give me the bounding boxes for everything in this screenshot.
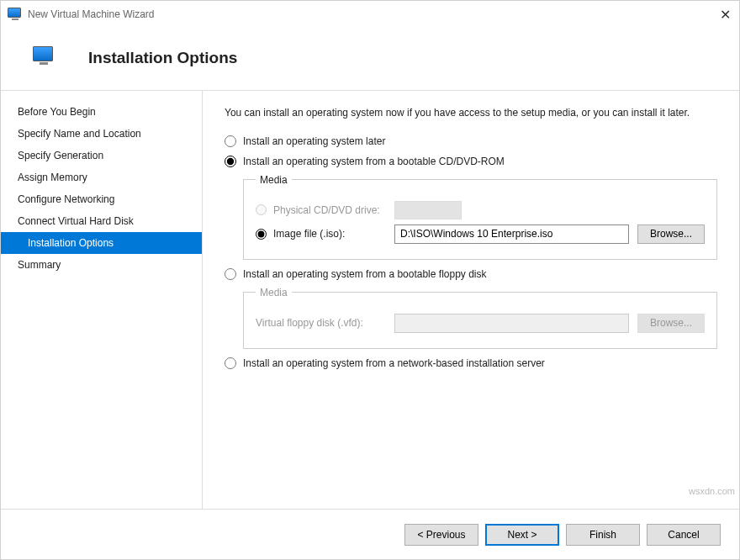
wizard-header: Installation Options bbox=[1, 28, 739, 91]
row-physical-drive: Physical CD/DVD drive: bbox=[256, 201, 705, 219]
sidebar-item-before-you-begin[interactable]: Before You Begin bbox=[1, 101, 202, 123]
main-panel: You can install an operating system now … bbox=[203, 91, 739, 509]
radio-physical-drive[interactable] bbox=[256, 204, 267, 215]
radio-install-network[interactable] bbox=[225, 357, 236, 369]
cancel-button[interactable]: Cancel bbox=[647, 524, 721, 546]
intro-text: You can install an operating system now … bbox=[225, 106, 717, 120]
option-install-later[interactable]: Install an operating system later bbox=[225, 135, 717, 147]
label-install-cd: Install an operating system from a boota… bbox=[243, 156, 505, 167]
previous-button[interactable]: < Previous bbox=[404, 524, 478, 546]
media-fieldset-floppy: Media Virtual floppy disk (.vfd): Browse… bbox=[243, 287, 717, 349]
physical-drive-option[interactable]: Physical CD/DVD drive: bbox=[256, 204, 386, 216]
vfd-input bbox=[394, 314, 629, 333]
page-title: Installation Options bbox=[88, 49, 237, 67]
sidebar-item-summary[interactable]: Summary bbox=[1, 254, 202, 276]
app-icon bbox=[8, 8, 21, 21]
sidebar: Before You Begin Specify Name and Locati… bbox=[1, 91, 203, 509]
titlebar: New Virtual Machine Wizard ✕ bbox=[1, 1, 739, 28]
sidebar-item-installation-options[interactable]: Installation Options bbox=[1, 232, 202, 254]
close-icon[interactable]: ✕ bbox=[697, 7, 731, 23]
sidebar-item-connect-vhd[interactable]: Connect Virtual Hard Disk bbox=[1, 210, 202, 232]
radio-image-file[interactable] bbox=[256, 229, 267, 240]
wizard-window: New Virtual Machine Wizard ✕ Installatio… bbox=[0, 0, 740, 560]
image-file-option[interactable]: Image file (.iso): bbox=[256, 228, 386, 240]
floppy-legend: Media bbox=[256, 287, 292, 298]
row-vfd: Virtual floppy disk (.vfd): Browse... bbox=[256, 314, 705, 333]
sidebar-item-configure-networking[interactable]: Configure Networking bbox=[1, 188, 202, 210]
radio-install-cd[interactable] bbox=[225, 156, 236, 167]
browse-vfd-button: Browse... bbox=[637, 314, 705, 333]
media-legend: Media bbox=[256, 174, 292, 186]
row-image-file: Image file (.iso): Browse... bbox=[256, 225, 705, 244]
sidebar-item-specify-name[interactable]: Specify Name and Location bbox=[1, 123, 202, 145]
option-install-floppy[interactable]: Install an operating system from a boota… bbox=[225, 268, 717, 280]
radio-install-later[interactable] bbox=[225, 135, 236, 147]
sidebar-item-assign-memory[interactable]: Assign Memory bbox=[1, 166, 202, 188]
image-file-input[interactable] bbox=[394, 225, 629, 244]
label-vfd: Virtual floppy disk (.vfd): bbox=[256, 317, 386, 329]
finish-button[interactable]: Finish bbox=[566, 524, 640, 546]
wizard-footer: < Previous Next > Finish Cancel bbox=[1, 509, 739, 559]
label-install-later: Install an operating system later bbox=[243, 135, 385, 147]
header-icon bbox=[33, 46, 56, 70]
browse-iso-button[interactable]: Browse... bbox=[637, 225, 705, 244]
next-button[interactable]: Next > bbox=[485, 524, 559, 546]
window-title: New Virtual Machine Wizard bbox=[28, 8, 697, 20]
media-fieldset-cd: Media Physical CD/DVD drive: Image file … bbox=[243, 174, 717, 260]
option-install-cd[interactable]: Install an operating system from a boota… bbox=[225, 156, 717, 167]
label-physical-drive: Physical CD/DVD drive: bbox=[273, 204, 380, 216]
label-install-floppy: Install an operating system from a boota… bbox=[243, 268, 487, 280]
label-image-file: Image file (.iso): bbox=[273, 228, 345, 240]
radio-install-floppy[interactable] bbox=[225, 268, 236, 280]
sidebar-item-specify-generation[interactable]: Specify Generation bbox=[1, 145, 202, 166]
physical-drive-select bbox=[394, 201, 462, 219]
label-install-network: Install an operating system from a netwo… bbox=[243, 357, 545, 369]
option-install-network[interactable]: Install an operating system from a netwo… bbox=[225, 357, 717, 369]
wizard-body: Before You Begin Specify Name and Locati… bbox=[1, 91, 739, 509]
